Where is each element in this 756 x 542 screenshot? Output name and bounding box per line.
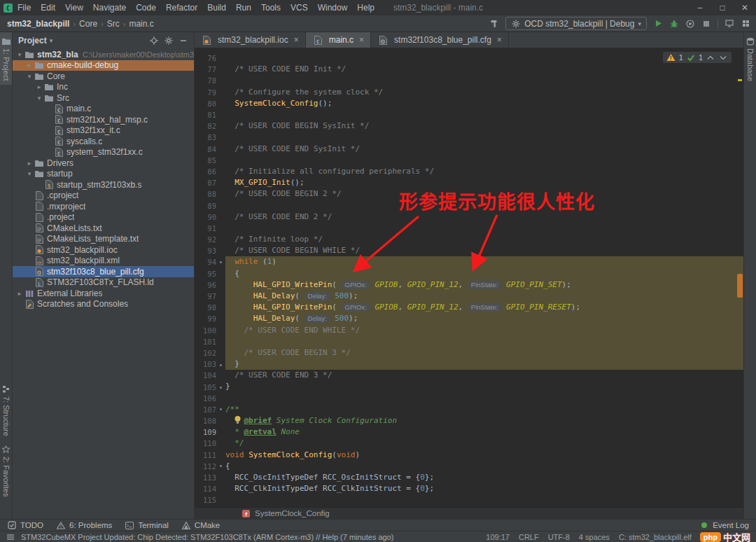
line-number[interactable]: 113 bbox=[195, 472, 225, 483]
run-button[interactable] bbox=[653, 19, 663, 29]
tree-item-mxproject[interactable]: .mxproject bbox=[13, 201, 194, 212]
close-button[interactable]: ✕ bbox=[734, 0, 756, 15]
line-number[interactable]: 102 bbox=[195, 347, 225, 359]
line-number[interactable]: 79 bbox=[195, 87, 225, 98]
debug-button[interactable] bbox=[669, 19, 679, 29]
tree-item-stm32f1xx-it-c[interactable]: Cstm32f1xx_it.c bbox=[13, 125, 194, 137]
line-number[interactable]: 93 bbox=[195, 245, 225, 256]
fold-icon[interactable]: ▾ bbox=[216, 406, 225, 412]
line-number[interactable]: 104 bbox=[195, 370, 225, 381]
tool-button-database[interactable]: Database bbox=[744, 32, 756, 85]
line-number[interactable]: 103▴ bbox=[195, 359, 225, 370]
code-line[interactable]: /** bbox=[225, 404, 743, 415]
menu-help[interactable]: Help bbox=[352, 0, 379, 15]
code-line[interactable]: { bbox=[225, 461, 743, 472]
line-number[interactable]: 114 bbox=[195, 483, 225, 494]
editor-tab-main-c[interactable]: Cmain.c× bbox=[306, 32, 371, 48]
project-panel-title[interactable]: Project ▾ bbox=[18, 36, 52, 46]
breadcrumb-item-stm32-blackpill[interactable]: stm32_blackpill bbox=[6, 19, 71, 29]
line-number[interactable]: 80 bbox=[195, 98, 225, 109]
code-line[interactable]: /* USER CODE BEGIN 3 */ bbox=[225, 347, 743, 359]
code-line[interactable]: void SystemClock_Config(void) bbox=[225, 450, 743, 461]
line-number[interactable]: 91 bbox=[195, 223, 225, 234]
tree-item-cmake-build-debug[interactable]: ▸cmake-build-debug bbox=[13, 60, 194, 71]
inspection-widget[interactable]: 1 1 bbox=[662, 51, 732, 64]
breadcrumb-item-main-c[interactable]: main.c bbox=[127, 19, 155, 29]
tool-button-terminal[interactable]: Terminal bbox=[125, 520, 168, 530]
line-number[interactable]: 108 bbox=[195, 415, 225, 426]
line-number[interactable]: 99 bbox=[195, 313, 225, 324]
code-line[interactable] bbox=[225, 223, 743, 234]
code-line[interactable]: HAL_GPIO_WritePin( GPIOx: GPIOB, GPIO_PI… bbox=[225, 279, 743, 291]
tree-item-cmakelists-template-txt[interactable]: CMakeLists_template.txt bbox=[13, 234, 194, 245]
tree-item-stm32f103c8tx-flash-ld[interactable]: LSTM32F103C8Tx_FLASH.ld bbox=[13, 277, 194, 289]
toolwindow-switcher-icon[interactable] bbox=[6, 532, 15, 542]
tree-item-stm32-blackpill-xml[interactable]: <>stm32_blackpill.xml bbox=[13, 256, 194, 267]
coverage-button[interactable] bbox=[685, 19, 695, 29]
tree-item-drivers[interactable]: ▸Drivers bbox=[13, 158, 194, 169]
tool-button-cmake[interactable]: CMake bbox=[181, 520, 220, 530]
code-line[interactable] bbox=[225, 336, 743, 347]
menu-file[interactable]: File bbox=[13, 0, 36, 15]
line-number[interactable]: 107▾ bbox=[195, 404, 225, 415]
intention-bulb-icon[interactable] bbox=[232, 415, 242, 426]
stop-button[interactable] bbox=[701, 19, 711, 29]
code-line[interactable]: HAL_GPIO_WritePin( GPIOx: GPIOB, GPIO_PI… bbox=[225, 302, 743, 313]
chevron-down-icon[interactable]: ▾ bbox=[25, 73, 34, 80]
tree-item-stm32-blackpill-ioc[interactable]: stm32_blackpill.ioc bbox=[13, 244, 194, 256]
line-number[interactable]: 110 bbox=[195, 438, 225, 449]
editor-breadcrumb[interactable]: f SystemClock_Config bbox=[195, 507, 743, 519]
code-line[interactable]: /* USER CODE END 3 */ bbox=[225, 370, 743, 381]
line-number[interactable]: 88 bbox=[195, 188, 225, 200]
code-line[interactable] bbox=[225, 393, 743, 404]
code-line[interactable]: /* USER CODE END WHILE */ bbox=[225, 325, 743, 336]
line-number[interactable]: 83 bbox=[195, 132, 225, 143]
editor-scrollbar[interactable] bbox=[736, 48, 743, 507]
monitor-icon[interactable] bbox=[724, 19, 734, 29]
line-number[interactable]: 92 bbox=[195, 234, 225, 245]
close-tab-icon[interactable]: × bbox=[359, 35, 364, 45]
code-line[interactable] bbox=[225, 132, 743, 143]
line-number[interactable]: 111 bbox=[195, 450, 225, 461]
run-config-select[interactable]: OCD stm32_blackpill | Debug ▾ bbox=[505, 17, 647, 30]
chevron-down-icon[interactable]: ▾ bbox=[15, 51, 24, 58]
fold-icon[interactable]: ▾ bbox=[216, 259, 225, 265]
close-tab-icon[interactable]: × bbox=[294, 35, 299, 45]
tree-item-inc[interactable]: ▸Inc bbox=[13, 82, 194, 93]
line-number[interactable]: 109 bbox=[195, 426, 225, 438]
tree-item-project[interactable]: .project bbox=[13, 212, 194, 223]
menu-code[interactable]: Code bbox=[131, 0, 161, 15]
fold-icon[interactable]: ▴ bbox=[216, 384, 225, 390]
editor[interactable]: 76777879808182838485868788899091929394▾9… bbox=[195, 48, 743, 507]
next-issue-icon[interactable] bbox=[718, 53, 728, 62]
maximize-button[interactable]: □ bbox=[711, 0, 734, 15]
status-109-17[interactable]: 109:17 bbox=[486, 533, 510, 541]
line-number[interactable]: 82 bbox=[195, 120, 225, 132]
prev-issue-icon[interactable] bbox=[706, 53, 715, 62]
line-number[interactable]: 87 bbox=[195, 177, 225, 188]
tool-button-1-project[interactable]: 1: Project bbox=[0, 32, 12, 85]
status-crlf[interactable]: CRLF bbox=[519, 533, 539, 541]
line-number[interactable]: 86 bbox=[195, 166, 225, 177]
chevron-down-icon[interactable]: ▾ bbox=[25, 170, 34, 177]
code-line[interactable]: HAL_Delay( Delay: 500); bbox=[225, 313, 743, 324]
line-number[interactable]: 115 bbox=[195, 494, 225, 506]
code-line[interactable] bbox=[225, 75, 743, 86]
code-line[interactable]: /* Infinite loop */ bbox=[225, 234, 743, 245]
tree-item-src[interactable]: ▾Src bbox=[13, 92, 194, 104]
line-number[interactable]: 90 bbox=[195, 211, 225, 223]
line-number[interactable]: 100 bbox=[195, 325, 225, 336]
fold-icon[interactable]: ▴ bbox=[216, 361, 225, 368]
chevron-down-icon[interactable]: ▾ bbox=[35, 95, 43, 102]
line-number[interactable]: 106 bbox=[195, 393, 225, 404]
menu-navigate[interactable]: Navigate bbox=[88, 0, 131, 15]
code-line[interactable]: RCC_ClkInitTypeDef RCC_ClkInitStruct = {… bbox=[225, 483, 743, 494]
code-line[interactable]: /* USER CODE BEGIN SysInit */ bbox=[225, 120, 743, 132]
build-hammer-icon[interactable] bbox=[489, 19, 499, 29]
editor-tab-stm32-blackpill-ioc[interactable]: stm32_blackpill.ioc× bbox=[195, 32, 306, 48]
tool-button-2-favorites[interactable]: 2: Favorites bbox=[0, 440, 12, 501]
code-line[interactable]: SystemClock_Config(); bbox=[225, 98, 743, 109]
close-tab-icon[interactable]: × bbox=[497, 35, 502, 45]
line-number[interactable]: 85 bbox=[195, 155, 225, 166]
tree-item-cproject[interactable]: .cproject bbox=[13, 190, 194, 202]
